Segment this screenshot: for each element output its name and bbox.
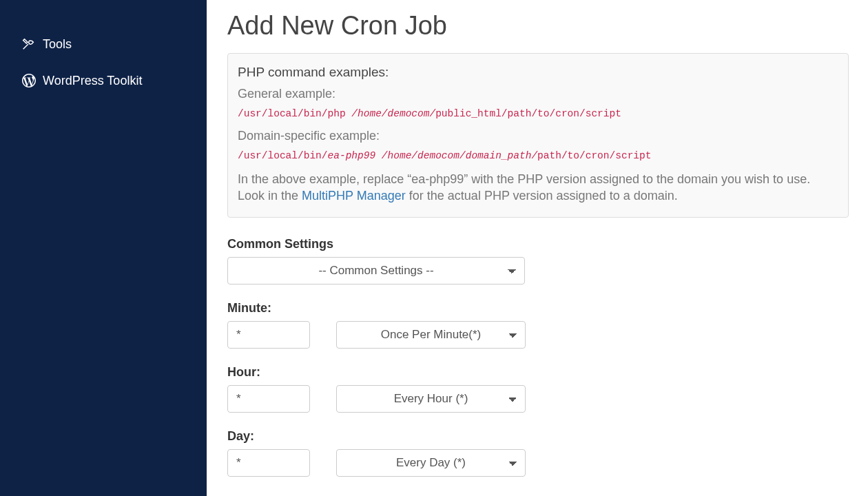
common-settings-label: Common Settings <box>227 237 849 251</box>
day-preset-select[interactable]: Every Day (*) <box>336 449 526 477</box>
sidebar-item-label: WordPress Toolkit <box>43 74 142 88</box>
day-row: Day: Every Day (*) <box>227 429 849 477</box>
common-settings-row: Common Settings -- Common Settings -- <box>227 237 849 285</box>
minute-preset-select[interactable]: Once Per Minute(*) <box>336 321 526 349</box>
php-examples-box: PHP command examples: General example: /… <box>227 53 849 218</box>
hour-row: Hour: Every Hour (*) <box>227 365 849 413</box>
general-example-label: General example: <box>238 87 838 101</box>
example-note: In the above example, replace “ea-php99”… <box>238 171 838 205</box>
minute-row: Minute: Once Per Minute(*) <box>227 301 849 349</box>
main-content: Add New Cron Job PHP command examples: G… <box>207 0 868 496</box>
wordpress-icon <box>21 72 43 89</box>
hour-preset-select[interactable]: Every Hour (*) <box>336 385 526 413</box>
sidebar: Tools WordPress Toolkit <box>0 0 207 496</box>
day-input[interactable] <box>227 449 310 477</box>
examples-heading: PHP command examples: <box>238 65 838 80</box>
multiphp-manager-link[interactable]: MultiPHP Manager <box>302 189 406 203</box>
domain-example-label: Domain-specific example: <box>238 129 838 143</box>
sidebar-item-label: Tools <box>43 37 72 52</box>
minute-label: Minute: <box>227 301 849 316</box>
general-example-code: /usr/local/bin/php /home/democom/public_… <box>238 108 838 119</box>
sidebar-item-tools[interactable]: Tools <box>0 26 207 62</box>
tools-icon <box>21 37 43 52</box>
day-label: Day: <box>227 429 849 444</box>
hour-input[interactable] <box>227 385 310 413</box>
page-title: Add New Cron Job <box>227 11 849 41</box>
common-settings-select[interactable]: -- Common Settings -- <box>227 257 525 285</box>
hour-label: Hour: <box>227 365 849 380</box>
domain-example-code: /usr/local/bin/ea-php99 /home/democom/do… <box>238 150 838 161</box>
minute-input[interactable] <box>227 321 310 349</box>
sidebar-item-wordpress-toolkit[interactable]: WordPress Toolkit <box>0 62 207 99</box>
